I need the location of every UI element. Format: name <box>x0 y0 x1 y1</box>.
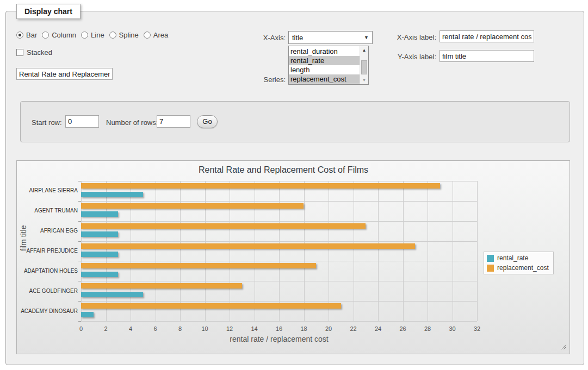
row-range-panel <box>20 101 570 142</box>
radio-bar[interactable]: Bar <box>16 31 37 39</box>
gridline <box>131 181 131 321</box>
series-scrollbar[interactable]: ▲ ▼ <box>360 46 368 84</box>
radio-area[interactable]: Area <box>144 31 168 39</box>
category-label: AGENT TRUMAN <box>17 208 78 214</box>
bar-rental_rate <box>81 272 118 277</box>
y-axis-tick <box>78 301 81 302</box>
radio-spline-label: Spline <box>119 31 139 39</box>
gridline <box>354 181 354 321</box>
bar-replacement_cost <box>81 183 440 189</box>
start-row-input[interactable] <box>65 115 99 128</box>
x-tick-label: 30 <box>444 325 461 332</box>
bar-rental_rate <box>81 312 94 317</box>
radio-bar-icon[interactable] <box>16 32 23 39</box>
x-tick-label: 6 <box>147 325 164 332</box>
radio-column[interactable]: Column <box>42 31 76 39</box>
number-of-rows-input[interactable] <box>157 115 190 128</box>
chart-legend: rental_rate replacement_cost <box>484 252 554 274</box>
x-tick-label: 16 <box>271 325 287 332</box>
go-button[interactable]: Go <box>197 115 218 128</box>
number-of-rows-label: Number of rows: <box>106 118 158 127</box>
chart-title-input[interactable] <box>16 68 113 80</box>
bar-rental_rate <box>81 292 143 297</box>
gridline <box>378 181 379 321</box>
bar-replacement_cost <box>81 203 304 209</box>
chart-title: Rental Rate and Replacement Cost of Film… <box>17 165 550 175</box>
x-tick-label: 14 <box>246 325 263 332</box>
category-label: ADAPTATION HOLES <box>17 268 78 274</box>
bar-replacement_cost <box>81 283 242 289</box>
gridline <box>81 201 477 202</box>
chevron-down-icon: ▼ <box>364 35 369 40</box>
category-label: AFFAIR PREJUDICE <box>17 248 78 254</box>
series-option-replacement-cost[interactable]: replacement_cost <box>289 74 360 84</box>
gridline <box>106 181 107 321</box>
radio-column-icon[interactable] <box>42 32 49 39</box>
chart-container: Rental Rate and Replacement Cost of Film… <box>16 160 570 354</box>
gridline <box>403 181 404 321</box>
gridline <box>81 241 477 242</box>
category-label: AIRPLANE SIERRA <box>17 187 78 193</box>
series-list-label: Series: <box>234 76 286 84</box>
resize-handle-icon[interactable] <box>560 343 566 349</box>
start-row-label: Start row: <box>32 118 62 127</box>
series-listbox[interactable]: rental_duration rental_rate length repla… <box>288 46 369 85</box>
x-tick-label: 28 <box>419 325 436 332</box>
x-tick-label: 10 <box>197 325 213 332</box>
series-option-rental-rate[interactable]: rental_rate <box>289 56 360 65</box>
y-axis-tick <box>78 281 81 281</box>
category-label: AFRICAN EGG <box>17 228 78 234</box>
radio-area-icon[interactable] <box>144 32 151 39</box>
scrollbar-thumb[interactable] <box>361 60 367 74</box>
x-tick-label: 2 <box>98 325 114 332</box>
bar-rental_rate <box>81 231 118 237</box>
gridline <box>279 181 280 321</box>
gridline <box>81 221 477 222</box>
gridline <box>304 181 305 321</box>
x-tick-label: 18 <box>296 325 312 332</box>
x-tick-label: 32 <box>469 325 485 332</box>
legend-item-replacement-cost: replacement_cost <box>487 264 549 272</box>
scroll-up-icon[interactable]: ▲ <box>360 46 368 54</box>
chart-type-radio-group: Bar Column Line Spline Area <box>16 31 168 39</box>
y-axis-tick <box>78 261 81 261</box>
bar-replacement_cost <box>81 223 366 229</box>
radio-area-label: Area <box>153 31 168 39</box>
bar-replacement_cost <box>81 303 341 309</box>
series-option-rental-duration[interactable]: rental_duration <box>289 47 360 56</box>
x-axis-label-label: X-Axis label: <box>386 33 436 41</box>
gridline <box>180 181 181 321</box>
x-tick-label: 26 <box>395 325 411 332</box>
gridline <box>81 281 477 281</box>
gridline <box>156 181 156 321</box>
gridline <box>81 181 477 181</box>
radio-column-label: Column <box>52 31 76 39</box>
x-axis-selected-value: title <box>292 34 364 42</box>
radio-spline-icon[interactable] <box>109 32 116 39</box>
gridline <box>230 181 230 321</box>
gridline <box>329 181 329 321</box>
gridline <box>428 181 428 321</box>
gridline <box>453 181 453 321</box>
series-option-length[interactable]: length <box>289 65 360 74</box>
x-axis-label-input[interactable] <box>440 30 534 42</box>
legend-label: rental_rate <box>497 254 528 262</box>
page: Display chart Bar Column Line Spline Are… <box>0 0 588 370</box>
radio-line[interactable]: Line <box>81 31 104 39</box>
y-axis-label-label: Y-Axis label: <box>386 53 436 61</box>
bar-rental_rate <box>81 211 118 217</box>
y-axis-tick <box>78 181 81 181</box>
stacked-checkbox[interactable] <box>16 49 23 56</box>
radio-bar-label: Bar <box>26 31 37 39</box>
scroll-down-icon[interactable]: ▼ <box>360 76 368 84</box>
gridline <box>81 301 477 302</box>
x-axis-title: rental rate / replacement cost <box>81 335 477 343</box>
y-axis-label-input[interactable] <box>440 50 534 62</box>
radio-spline[interactable]: Spline <box>109 31 139 39</box>
x-axis-select[interactable]: title ▼ <box>288 31 373 44</box>
radio-line-icon[interactable] <box>81 32 88 39</box>
bar-replacement_cost <box>81 243 415 249</box>
category-label: ACE GOLDFINGER <box>17 288 78 294</box>
category-label: ACADEMY DINOSAUR <box>17 308 78 314</box>
x-tick-label: 8 <box>172 325 188 332</box>
